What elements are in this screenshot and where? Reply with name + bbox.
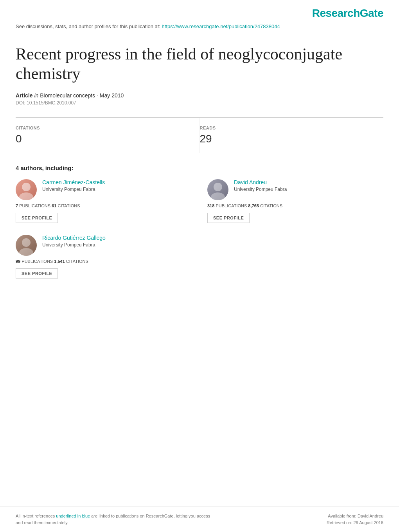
carmen-pub-count: 7 — [16, 203, 18, 208]
sub-header-text: See discussions, stats, and author profi… — [16, 23, 160, 29]
article-meta: Article in Biomolecular concepts · May 2… — [16, 92, 383, 99]
author-card-ricardo: Ricardo Gutiérrez Gallego University Pom… — [16, 235, 192, 279]
citations-stat: CITATIONS 0 — [16, 118, 200, 153]
svg-point-1 — [19, 192, 33, 200]
author-affiliation-carmen: University Pompeu Fabra — [42, 187, 105, 192]
svg-point-2 — [214, 183, 222, 191]
see-profile-button-ricardo[interactable]: SEE PROFILE — [16, 268, 58, 279]
authors-heading: 4 authors, including: — [16, 165, 383, 171]
authors-grid: Carmen Jiménez-Castells University Pompe… — [16, 179, 383, 279]
ricardo-cit-label: CITATIONS — [66, 259, 88, 264]
author-top-david: David Andreu University Pompeu Fabra — [207, 179, 383, 200]
in-label: in — [34, 92, 40, 99]
article-type: Article — [16, 92, 33, 99]
journal-name: Biomolecular concepts — [40, 92, 95, 99]
footer-underlined-link[interactable]: underlined in blue — [56, 514, 90, 518]
see-profile-button-david[interactable]: SEE PROFILE — [207, 213, 250, 223]
carmen-cit-count: 61 — [52, 203, 56, 208]
author-name-ricardo[interactable]: Ricardo Gutiérrez Gallego — [42, 235, 106, 241]
author-stats-ricardo: 99 PUBLICATIONS 1,541 CITATIONS — [16, 259, 192, 264]
footer-text-left: All in-text references — [16, 514, 56, 518]
ricardo-cit-count: 1,541 — [54, 259, 65, 264]
author-affiliation-david: University Pompeu Fabra — [234, 187, 287, 192]
sub-header: See discussions, stats, and author profi… — [0, 23, 399, 36]
publication-link[interactable]: https://www.researchgate.net/publication… — [162, 23, 280, 29]
reads-label: READS — [200, 126, 384, 130]
ricardo-pub-count: 99 — [16, 259, 20, 264]
svg-point-4 — [22, 238, 31, 247]
article-title: Recent progress in the field of neoglyco… — [16, 44, 383, 84]
author-top-ricardo: Ricardo Gutiérrez Gallego University Pom… — [16, 235, 192, 256]
author-card-david: David Andreu University Pompeu Fabra 318… — [207, 179, 383, 223]
see-profile-button-carmen[interactable]: SEE PROFILE — [16, 213, 58, 223]
svg-point-0 — [22, 183, 31, 191]
author-name-david[interactable]: David Andreu — [234, 179, 287, 185]
svg-point-3 — [211, 192, 225, 200]
researchgate-logo: ResearchGate — [312, 7, 383, 20]
citations-value: 0 — [16, 133, 200, 145]
reads-stat: READS 29 — [200, 118, 384, 153]
author-top-carmen: Carmen Jiménez-Castells University Pompe… — [16, 179, 192, 200]
stats-row: CITATIONS 0 READS 29 — [16, 117, 383, 153]
header: ResearchGate — [0, 0, 399, 23]
footer-retrieved-on: Retrieved on: 29 August 2016 — [327, 519, 383, 526]
author-info-carmen: Carmen Jiménez-Castells University Pompe… — [42, 179, 105, 194]
main-content: Recent progress in the field of neoglyco… — [0, 36, 399, 306]
author-stats-carmen: 7 PUBLICATIONS 61 CITATIONS — [16, 203, 192, 208]
citations-label: CITATIONS — [16, 126, 200, 130]
author-name-carmen[interactable]: Carmen Jiménez-Castells — [42, 179, 105, 185]
ricardo-pub-label: PUBLICATIONS — [22, 259, 54, 264]
avatar-carmen — [16, 179, 37, 200]
svg-point-5 — [19, 248, 33, 256]
article-date-value: May 2010 — [100, 92, 124, 99]
avatar-david — [207, 179, 228, 200]
david-cit-count: 8,765 — [248, 203, 259, 208]
david-cit-label: CITATIONS — [260, 203, 282, 208]
article-date: · — [97, 92, 100, 99]
author-card-carmen: Carmen Jiménez-Castells University Pompe… — [16, 179, 192, 223]
footer-left: All in-text references underlined in blu… — [16, 513, 211, 526]
david-pub-label: PUBLICATIONS — [216, 203, 248, 208]
carmen-pub-label: PUBLICATIONS — [19, 203, 52, 208]
author-info-ricardo: Ricardo Gutiérrez Gallego University Pom… — [42, 235, 106, 249]
footer-right: Available from: David Andreu Retrieved o… — [327, 513, 383, 526]
footer-available-from: Available from: David Andreu — [327, 513, 383, 519]
carmen-cit-label: CITATIONS — [58, 203, 80, 208]
doi: DOI: 10.1515/BMC.2010.007 — [16, 100, 383, 106]
avatar-ricardo — [16, 235, 37, 256]
author-stats-david: 318 PUBLICATIONS 8,765 CITATIONS — [207, 203, 383, 208]
david-pub-count: 318 — [207, 203, 214, 208]
author-info-david: David Andreu University Pompeu Fabra — [234, 179, 287, 194]
footer: All in-text references underlined in blu… — [0, 506, 399, 532]
author-affiliation-ricardo: University Pompeu Fabra — [42, 242, 106, 248]
reads-value: 29 — [200, 133, 384, 145]
